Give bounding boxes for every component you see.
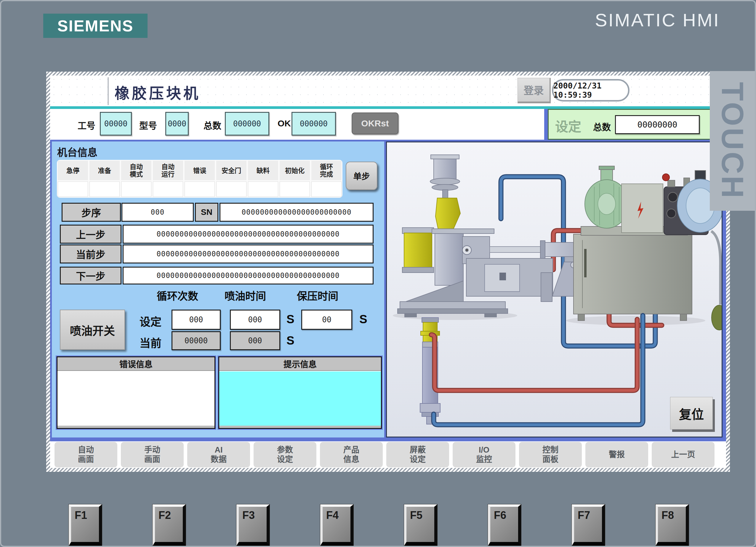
top-input-row: 工号 00000 型号 0000 总数 000000 OK 000000 OKR… <box>50 109 726 140</box>
next-step-label: 下一步 <box>60 267 121 284</box>
setting-total-field[interactable]: 00000000 <box>615 115 700 134</box>
work-id-label: 工号 <box>78 118 95 132</box>
status-col-ready: 准备 <box>89 161 120 197</box>
machine-info-panel: 机台信息 急停 准备 自动模式 <box>52 142 384 437</box>
fkey-f8[interactable]: F8 <box>656 504 689 546</box>
work-id-field[interactable]: 00000 <box>100 112 132 136</box>
hint-message-title: 提示信息 <box>219 357 381 371</box>
fkey-f3[interactable]: F3 <box>236 504 270 546</box>
teal-separator <box>50 106 726 109</box>
status-indicator <box>311 182 342 197</box>
sn-label: SN <box>195 203 218 222</box>
status-indicator <box>89 182 120 197</box>
set-hold-field[interactable]: 00 <box>301 309 352 330</box>
fkey-f4[interactable]: F4 <box>320 504 353 546</box>
single-step-button[interactable]: 单步 <box>346 162 377 190</box>
row-divider <box>544 109 548 140</box>
current-step-label: 当前步 <box>60 245 121 264</box>
nav-ai-data[interactable]: AI数据 <box>187 442 250 467</box>
spray-unit: S <box>286 312 294 326</box>
model-label: 型号 <box>139 118 157 132</box>
login-button[interactable]: 登录 <box>518 78 551 103</box>
nav-auto-screen[interactable]: 自动画面 <box>55 442 117 467</box>
error-message-body <box>57 371 214 426</box>
nav-io-monitor[interactable]: I/O监控 <box>453 442 515 467</box>
current-spray-field: 000 <box>230 331 280 350</box>
status-indicator <box>185 182 215 197</box>
step-value: 000 <box>121 203 194 222</box>
cycle-count-header: 循环次数 <box>157 288 198 303</box>
fkey-f6[interactable]: F6 <box>488 504 521 546</box>
total-field[interactable]: 000000 <box>225 112 269 136</box>
step-label: 步序 <box>62 203 121 222</box>
siemens-logo: SIEMENS <box>43 14 148 38</box>
status-indicator <box>248 182 278 197</box>
set-cycle-field[interactable]: 000 <box>172 309 221 330</box>
hmi-device: SIEMENS SIMATIC HMI 橡胶压块机 登录 2000/12/31 … <box>0 0 756 547</box>
nav-product-info[interactable]: 产品信息 <box>320 442 383 467</box>
status-col-auto-run: 自动运行 <box>153 161 183 197</box>
current-cycle-field: 00000 <box>172 331 221 350</box>
fkey-f1[interactable]: F1 <box>69 504 102 546</box>
hold-unit: S <box>359 312 367 326</box>
nav-mask-setting[interactable]: 屏蔽设定 <box>386 442 449 467</box>
machine-info-title: 机台信息 <box>57 145 97 159</box>
status-indicator <box>280 182 310 197</box>
machine-diagram-panel: 复位 <box>386 142 723 437</box>
setting-label: 设定 <box>555 116 581 135</box>
nav-bar: 自动画面 手动画面 AI数据 参数设定 产品信息 屏蔽设定 I/O监控 控制面板… <box>50 441 726 468</box>
ok-reset-button[interactable]: OKRst <box>352 113 398 134</box>
error-message-panel: 错误信息 <box>57 356 215 429</box>
status-grid: 急停 准备 自动模式 <box>57 160 342 198</box>
error-message-title: 错误信息 <box>57 357 214 371</box>
status-col-error: 错误 <box>185 161 215 197</box>
page-title: 橡胶压块机 <box>115 81 201 103</box>
fkey-f2[interactable]: F2 <box>153 504 186 546</box>
status-indicator <box>216 182 246 197</box>
spray-time-header: 喷油时间 <box>225 288 266 303</box>
setting-total-label: 总数 <box>593 120 611 133</box>
status-col-no-material: 缺料 <box>248 161 278 197</box>
nav-alarm[interactable]: 警报 <box>585 442 648 467</box>
machine-diagram <box>387 142 722 437</box>
status-indicator <box>121 182 151 197</box>
current-step-value: 0000000000000000000000000000000000000000 <box>123 245 374 264</box>
title-divider <box>108 77 108 105</box>
next-step-value: 0000000000000000000000000000000000000000 <box>123 267 374 284</box>
hold-time-header: 保压时间 <box>297 288 338 303</box>
content-area: 机台信息 急停 准备 自动模式 <box>50 140 726 441</box>
set-spray-field[interactable]: 000 <box>230 309 280 330</box>
status-col-estop: 急停 <box>58 161 88 197</box>
datetime-display: 2000/12/31 10:59:39 <box>552 79 630 102</box>
fkey-f7[interactable]: F7 <box>572 504 605 546</box>
hint-message-panel: 提示信息 <box>218 356 382 429</box>
status-col-auto-mode: 自动模式 <box>121 161 151 197</box>
current-spray-unit: S <box>286 334 294 347</box>
reset-button[interactable]: 复位 <box>670 397 713 429</box>
hint-message-body <box>219 371 381 426</box>
touch-bezel: TOUCH <box>710 71 755 211</box>
ok-label: OK <box>278 118 291 129</box>
cycle-set-label: 设定 <box>140 313 161 329</box>
nav-control-panel[interactable]: 控制面板 <box>519 442 582 467</box>
simatic-hmi-label: SIMATIC HMI <box>595 9 720 31</box>
spray-switch-button[interactable]: 喷油开关 <box>60 309 125 350</box>
nav-prev-page[interactable]: 上一页 <box>652 442 715 467</box>
status-col-init: 初始化 <box>280 161 310 197</box>
status-col-cycle-done: 循环完成 <box>311 161 342 197</box>
status-indicator <box>58 182 88 197</box>
hmi-screen: 橡胶压块机 登录 2000/12/31 10:59:39 工号 00000 型号… <box>46 72 730 472</box>
nav-param-setting[interactable]: 参数设定 <box>254 442 316 467</box>
setting-panel: 设定 总数 00000000 <box>548 109 714 140</box>
model-field[interactable]: 0000 <box>165 112 189 136</box>
status-col-safety-door: 安全门 <box>216 161 246 197</box>
fkey-f5[interactable]: F5 <box>404 504 437 546</box>
total-label: 总数 <box>204 118 221 132</box>
status-indicator <box>153 182 183 197</box>
prev-step-label: 上一步 <box>60 225 121 244</box>
nav-manual-screen[interactable]: 手动画面 <box>121 442 184 467</box>
sn-value: 000000000000000000000000 <box>220 203 374 222</box>
ok-field[interactable]: 000000 <box>291 112 336 136</box>
title-bar: 橡胶压块机 登录 2000/12/31 10:59:39 <box>50 76 726 106</box>
cycle-current-label: 当前 <box>140 334 161 350</box>
